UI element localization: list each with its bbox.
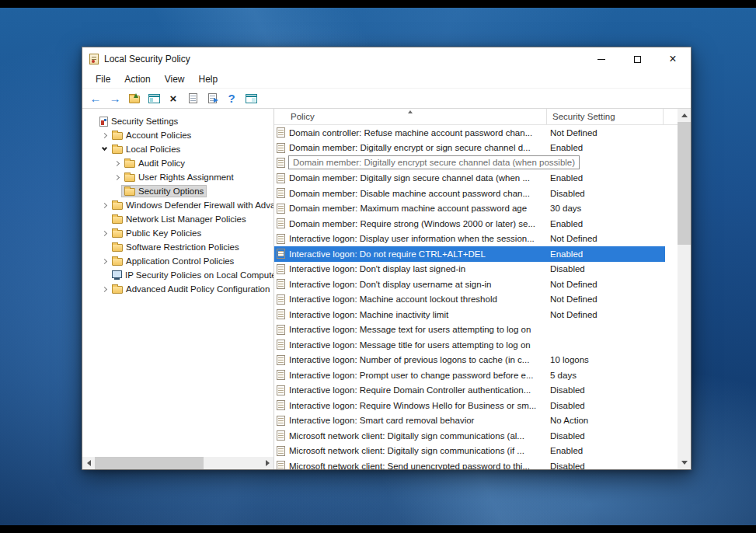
menu-bar: FileActionViewHelp (82, 71, 691, 89)
policy-document-icon (277, 127, 285, 138)
window-title: Local Security Policy (104, 54, 190, 64)
policy-row[interactable]: Domain member: Digitally encrypt or sign… (274, 141, 665, 156)
tree-item-ip-security-policies-on-local-compute[interactable]: IP Security Policies on Local Compute (82, 268, 273, 282)
security-setting-value: Disabled (545, 431, 656, 441)
column-header-security-setting[interactable]: Security Setting (547, 109, 664, 124)
tree-item-local-policies[interactable]: Local Policies (82, 142, 273, 156)
content-area: Security SettingsAccount PoliciesLocal P… (82, 109, 691, 469)
tree-horizontal-scrollbar[interactable] (82, 457, 273, 469)
security-setting-value: Enabled (545, 173, 656, 183)
policy-row[interactable]: Domain member: Disable machine account p… (274, 186, 665, 201)
security-setting-value: Not Defined (545, 128, 656, 138)
tree-item-public-key-policies[interactable]: Public Key Policies (82, 226, 273, 240)
tree-item-advanced-audit-policy-configuration[interactable]: Advanced Audit Policy Configuration (82, 282, 273, 296)
folder-icon (112, 244, 123, 252)
tree-item-label: Security Settings (111, 117, 178, 126)
back-button[interactable]: ← (86, 90, 105, 107)
chevron-collapsed-icon[interactable] (112, 162, 122, 165)
chevron-collapsed-icon[interactable] (99, 204, 110, 207)
column-header-policy[interactable]: Policy (274, 109, 547, 124)
show-hide-console-tree-button[interactable] (145, 90, 163, 107)
scroll-up-arrow-icon[interactable] (678, 109, 691, 122)
menu-item-action[interactable]: Action (117, 71, 157, 87)
back-icon: ← (90, 92, 102, 104)
tree-item-security-options[interactable]: Security Options (82, 184, 273, 198)
policy-row[interactable]: Interactive logon: Display user informat… (274, 232, 665, 247)
policy-name: Interactive logon: Require Domain Contro… (289, 385, 545, 395)
chevron-collapsed-icon[interactable] (99, 287, 110, 291)
properties-button[interactable] (183, 90, 202, 107)
properties-icon (189, 93, 197, 103)
forward-button[interactable]: → (106, 90, 124, 107)
close-button[interactable]: × (655, 47, 691, 71)
chevron-collapsed-icon[interactable] (99, 232, 110, 235)
policy-row[interactable]: Interactive logon: Don't display usernam… (274, 277, 665, 292)
policy-row[interactable]: Domain controller: Refuse machine accoun… (274, 125, 665, 141)
tree-item-content: Local Policies (110, 144, 183, 155)
policy-row[interactable]: Interactive logon: Prompt user to change… (274, 368, 665, 383)
policy-name: Domain controller: Refuse machine accoun… (289, 128, 545, 138)
policy-row[interactable]: Interactive logon: Message text for user… (274, 322, 665, 338)
policy-row[interactable]: Domain member: Maximum machine account p… (274, 201, 665, 217)
policy-document-icon (277, 446, 285, 456)
security-setting-value: Disabled (545, 385, 656, 395)
policy-row[interactable]: Interactive logon: Machine inactivity li… (274, 307, 665, 322)
menu-item-help[interactable]: Help (192, 71, 225, 87)
tree-item-label: Software Restriction Policies (126, 242, 239, 252)
tree-item-network-list-manager-policies[interactable]: Network List Manager Policies (82, 212, 273, 226)
maximize-button[interactable] (619, 47, 655, 71)
scroll-right-arrow-icon[interactable] (261, 457, 273, 469)
tree-item-application-control-policies[interactable]: Application Control Policies (82, 254, 273, 268)
policy-row[interactable]: Domain member: Digitally sign secure cha… (274, 171, 665, 186)
vertical-scroll-thumb[interactable] (678, 122, 691, 245)
policy-row[interactable]: Microsoft network client: Send unencrypt… (274, 458, 665, 469)
policy-row[interactable]: Interactive logon: Do not require CTRL+A… (274, 246, 665, 262)
export-list-icon (208, 93, 217, 103)
policy-row[interactable]: Interactive logon: Number of previous lo… (274, 353, 665, 368)
folder-icon (124, 188, 135, 196)
policy-row[interactable]: Microsoft network client: Digitally sign… (274, 444, 665, 459)
menu-item-view[interactable]: View (158, 71, 192, 87)
policy-name: Microsoft network client: Digitally sign… (289, 431, 545, 441)
policy-document-icon (277, 430, 285, 441)
letterbox-bottom (0, 525, 756, 533)
chevron-collapsed-icon[interactable] (99, 260, 110, 263)
policy-name: Interactive logon: Prompt user to change… (289, 371, 545, 380)
tree-item-user-rights-assignment[interactable]: User Rights Assignment (82, 170, 273, 184)
delete-icon: × (170, 92, 177, 104)
export-list-button[interactable] (203, 90, 221, 107)
chevron-collapsed-icon[interactable] (99, 134, 110, 138)
tree-item-account-policies[interactable]: Account Policies (82, 128, 273, 142)
tree-item-windows-defender-firewall-with-adva[interactable]: Windows Defender Firewall with Adva (82, 198, 273, 212)
list-vertical-scrollbar[interactable] (678, 109, 691, 469)
horizontal-scroll-thumb[interactable] (95, 457, 204, 469)
policy-row[interactable]: Microsoft network client: Digitally sign… (274, 428, 665, 444)
policy-row[interactable]: Interactive logon: Smart card removal be… (274, 413, 665, 429)
show-hide-action-pane-button[interactable] (242, 90, 260, 107)
delete-button[interactable]: × (164, 90, 183, 107)
up-one-level-button[interactable] (125, 90, 144, 107)
policy-row[interactable]: Domain member: Digitally encrypt secure … (274, 155, 665, 171)
scroll-down-arrow-icon[interactable] (678, 456, 691, 469)
menu-item-file[interactable]: File (89, 71, 117, 87)
policy-row[interactable]: Interactive logon: Require Windows Hello… (274, 398, 665, 413)
tree-item-label: Application Control Policies (126, 256, 234, 266)
policy-row[interactable]: Interactive logon: Require Domain Contro… (274, 383, 665, 399)
tree-item-content: Network List Manager Policies (110, 214, 249, 225)
tree-item-security-settings[interactable]: Security Settings (82, 114, 273, 128)
policy-row[interactable]: Interactive logon: Machine account locko… (274, 292, 665, 308)
security-setting-value: No Action (545, 416, 656, 425)
tree-item-audit-policy[interactable]: Audit Policy (82, 156, 273, 170)
policy-row[interactable]: Interactive logon: Don't display last si… (274, 262, 665, 277)
policy-row[interactable]: Domain member: Require strong (Windows 2… (274, 216, 665, 232)
minimize-button[interactable] (584, 47, 619, 71)
desktop-wallpaper: Local Security Policy × FileActionViewHe… (0, 8, 756, 525)
tree-item-software-restriction-policies[interactable]: Software Restriction Policies (82, 240, 273, 254)
folder-icon (112, 132, 123, 140)
policy-name: Interactive logon: Display user informat… (289, 234, 545, 243)
scroll-left-arrow-icon[interactable] (82, 457, 95, 469)
chevron-expanded-icon[interactable] (99, 148, 110, 150)
policy-row[interactable]: Interactive logon: Message title for use… (274, 337, 665, 353)
chevron-collapsed-icon[interactable] (112, 176, 122, 179)
help-button[interactable]: ? (222, 90, 241, 107)
